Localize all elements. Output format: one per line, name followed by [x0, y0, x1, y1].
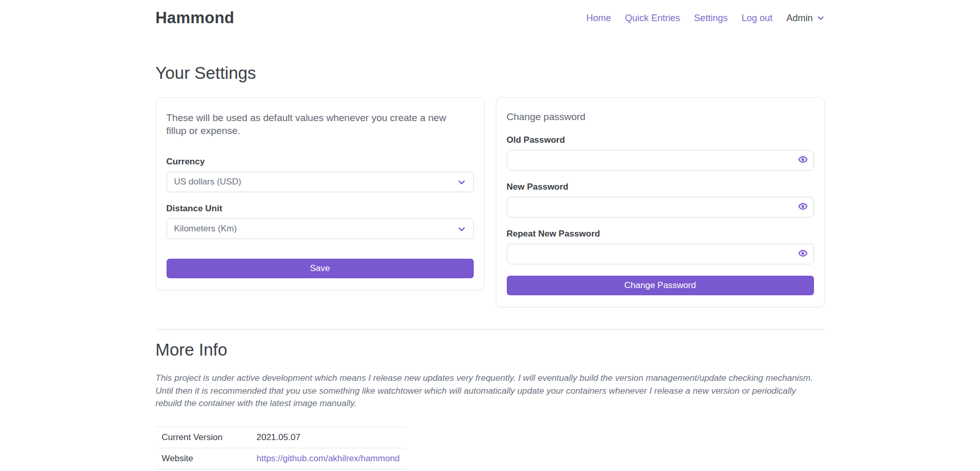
eye-icon	[798, 201, 808, 213]
eye-icon	[798, 155, 808, 166]
change-password-card: Change password Old Password New Passwor…	[496, 97, 825, 307]
main-content: Your Settings These will be used as defa…	[156, 63, 825, 471]
nav-item-settings[interactable]: Settings	[694, 13, 727, 24]
defaults-description: These will be used as default values whe…	[167, 111, 455, 137]
currency-label: Currency	[167, 157, 474, 167]
section-divider	[156, 329, 825, 330]
table-row: Website https://github.com/akhilrex/hamm…	[156, 448, 406, 469]
new-password-input[interactable]	[507, 197, 814, 217]
row-label-found-a-bug: Found a bug	[156, 469, 251, 471]
defaults-card: These will be used as default values whe…	[156, 97, 485, 290]
table-row: Found a bug Report here	[156, 469, 406, 471]
chevron-down-icon	[457, 225, 466, 233]
repeat-new-password-label: Repeat New Password	[507, 229, 814, 239]
more-info-table: Current Version 2021.05.07 Website https…	[156, 427, 406, 471]
distance-unit-select[interactable]: Kilometers (Km)	[167, 218, 474, 239]
website-link[interactable]: https://github.com/akhilrex/hammond	[257, 453, 400, 463]
chevron-down-icon	[817, 14, 825, 22]
currency-select[interactable]: US dollars (USD)	[167, 172, 474, 192]
old-password-input[interactable]	[507, 150, 814, 171]
user-menu-label: Admin	[786, 13, 812, 24]
row-value-current-version: 2021.05.07	[251, 427, 406, 448]
distance-unit-label: Distance Unit	[167, 204, 474, 214]
user-menu-admin[interactable]: Admin	[786, 13, 824, 24]
row-label-current-version: Current Version	[156, 427, 251, 448]
chevron-down-icon	[457, 178, 466, 187]
save-button[interactable]: Save	[167, 259, 474, 278]
old-password-reveal-button[interactable]	[797, 154, 809, 167]
repeat-new-password-reveal-button[interactable]	[797, 247, 809, 261]
nav-item-logout[interactable]: Log out	[741, 13, 772, 24]
brand-logo[interactable]: Hammond	[156, 9, 235, 27]
repeat-new-password-input[interactable]	[507, 244, 814, 264]
main-nav: Home Quick Entries Settings Log out Admi…	[586, 13, 824, 24]
old-password-label: Old Password	[507, 135, 814, 145]
new-password-label: New Password	[507, 182, 814, 192]
page-title: Your Settings	[156, 63, 825, 83]
change-password-title: Change password	[507, 111, 814, 123]
eye-icon	[798, 248, 808, 260]
row-label-website: Website	[156, 448, 251, 469]
distance-selected-value: Kilometers (Km)	[174, 224, 237, 234]
change-password-button[interactable]: Change Password	[507, 276, 814, 295]
top-navbar: Hammond Home Quick Entries Settings Log …	[0, 0, 980, 36]
more-info-note: This project is under active development…	[156, 372, 825, 410]
nav-item-quick-entries[interactable]: Quick Entries	[625, 13, 680, 24]
more-info-title: More Info	[156, 340, 825, 360]
table-row: Current Version 2021.05.07	[156, 427, 406, 448]
new-password-reveal-button[interactable]	[797, 200, 809, 214]
nav-item-home[interactable]: Home	[586, 13, 611, 24]
currency-selected-value: US dollars (USD)	[174, 177, 241, 187]
